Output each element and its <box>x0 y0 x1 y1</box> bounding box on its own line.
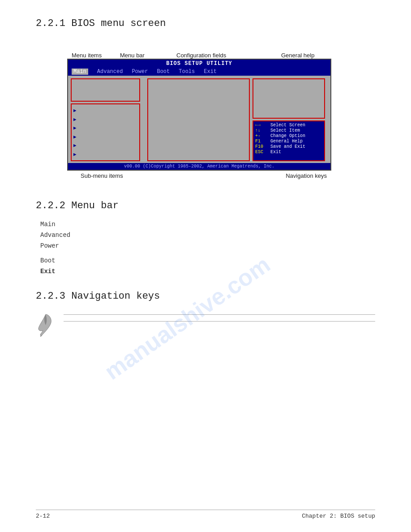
bios-menu-advanced[interactable]: Advanced <box>97 69 123 75</box>
menu-items-label: Menu items <box>72 52 102 59</box>
bios-nav-box: ←→ Select Screen ↑↓ Select Item +- Chang… <box>253 120 325 161</box>
section-222: 2.2.2 Menu bar Main Advanced Power Boot … <box>36 200 375 277</box>
bios-menu-exit[interactable]: Exit <box>204 69 217 75</box>
bios-general-help-box <box>253 78 325 119</box>
section-223: 2.2.3 Navigation keys <box>36 291 375 337</box>
bios-footer: v00.00 (C)Copyright 1985-2002, American … <box>68 163 330 170</box>
note-icon <box>36 313 56 337</box>
annotation-row-top: Menu items Menu bar Configuration fields… <box>67 37 331 59</box>
bios-menu-power[interactable]: Power <box>132 69 148 75</box>
section-222-title: 2.2.2 Menu bar <box>36 200 375 211</box>
menu-bar-item-advanced: Advanced <box>40 230 375 241</box>
note-line-1 <box>64 314 375 315</box>
annotation-row-bottom: Sub-menu items Navigation keys <box>67 172 331 187</box>
bios-nav-action-f1: General Help <box>270 139 303 144</box>
bios-arrow-icon-6: ▶ <box>73 151 77 157</box>
bios-arrow-icon-4: ▶ <box>73 134 77 140</box>
footer-chapter: Chapter 2: BIOS setup <box>302 513 375 519</box>
bios-center-column <box>147 78 250 161</box>
bios-arrow-row-5: ▶ <box>73 142 137 148</box>
bios-arrow-icon-3: ▶ <box>73 125 77 131</box>
bios-nav-row-4: F1 General Help <box>255 139 322 144</box>
bios-arrow-row-2: ▶ <box>73 116 137 122</box>
bios-right-column: ←→ Select Screen ↑↓ Select Item +- Chang… <box>253 78 328 161</box>
nav-note-area <box>36 311 375 337</box>
page-container: 2.2.1 BIOS menu screen Menu items Menu b… <box>0 0 411 532</box>
bios-arrow-icon-5: ▶ <box>73 142 77 148</box>
bios-nav-action-lr: Select Screen <box>270 123 305 128</box>
bios-nav-key-f10: F10 <box>255 144 269 149</box>
bios-config-fields-box <box>147 78 250 161</box>
bios-nav-action-ud: Select Item <box>270 128 300 133</box>
bios-nav-row-3: +- Change Option <box>255 133 322 138</box>
bios-arrow-row-1: ▶ <box>73 107 137 113</box>
bios-nav-key-esc: ESC <box>255 150 269 154</box>
bios-nav-key-ud: ↑↓ <box>255 128 269 133</box>
sub-menu-items-label: Sub-menu items <box>81 172 123 179</box>
bios-submenu-box: ▶ ▶ ▶ ▶ ▶ ▶ <box>71 103 140 161</box>
menu-bar-label: Menu bar <box>120 52 145 59</box>
bios-body: ▶ ▶ ▶ ▶ ▶ ▶ ←→ Sele <box>68 76 330 163</box>
note-lines <box>64 311 375 322</box>
bios-menu-tools[interactable]: Tools <box>179 69 195 75</box>
general-help-label: General help <box>281 52 314 59</box>
menu-bar-item-boot: Boot <box>40 256 375 266</box>
bios-arrow-row-4: ▶ <box>73 134 137 140</box>
menu-bar-item-exit: Exit <box>40 266 375 277</box>
bios-nav-key-lr: ←→ <box>255 123 269 128</box>
bios-title-bar: BIOS SETUP UTILITY <box>68 60 330 68</box>
section-223-title: 2.2.3 Navigation keys <box>36 291 375 302</box>
bios-nav-action-esc: Exit <box>270 150 281 154</box>
bios-menu-main[interactable]: Main <box>72 69 88 75</box>
page-footer: 2-12 Chapter 2: BIOS setup <box>36 510 375 519</box>
note-line-2 <box>64 321 375 322</box>
navigation-keys-label: Navigation keys <box>286 172 327 179</box>
menu-bar-list: Main Advanced Power Boot Exit <box>40 219 375 277</box>
bios-menu-items-box <box>71 78 140 102</box>
bios-menubar: Main Advanced Power Boot Tools Exit <box>68 68 330 76</box>
bios-nav-row-6: ESC Exit <box>255 150 322 154</box>
bios-arrow-icon-1: ▶ <box>73 107 77 113</box>
bios-menu-boot[interactable]: Boot <box>157 69 170 75</box>
bios-arrow-row-6: ▶ <box>73 151 137 157</box>
section-221-title: 2.2.1 BIOS menu screen <box>36 18 375 29</box>
bios-nav-key-pm: +- <box>255 133 269 138</box>
bios-arrow-icon-2: ▶ <box>73 116 77 122</box>
bios-screen: BIOS SETUP UTILITY Main Advanced Power B… <box>67 59 331 171</box>
bios-nav-action-pm: Change Option <box>270 133 305 138</box>
config-fields-label: Configuration fields <box>176 52 226 59</box>
bios-nav-row-5: F10 Save and Exit <box>255 144 322 149</box>
bios-left-column: ▶ ▶ ▶ ▶ ▶ ▶ <box>71 78 145 161</box>
menu-bar-item-power: Power <box>40 241 375 252</box>
footer-page-number: 2-12 <box>36 513 50 519</box>
menu-bar-spacer <box>40 251 375 256</box>
menu-bar-item-main: Main <box>40 219 375 230</box>
bios-nav-action-f10: Save and Exit <box>270 144 305 149</box>
bios-nav-row-1: ←→ Select Screen <box>255 123 322 128</box>
bios-nav-key-f1: F1 <box>255 139 269 144</box>
bios-arrow-row-3: ▶ <box>73 125 137 131</box>
bios-nav-row-2: ↑↓ Select Item <box>255 128 322 133</box>
